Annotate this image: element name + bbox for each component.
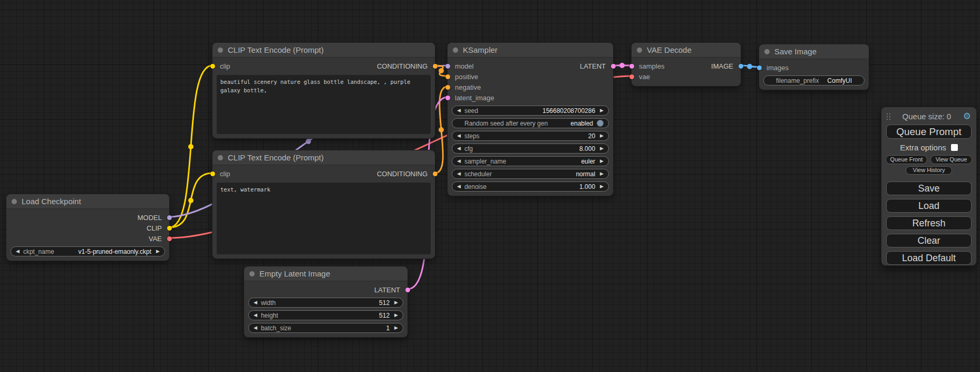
node-title-bar[interactable]: Load Checkpoint <box>6 194 169 209</box>
output-label: VAE <box>149 235 162 243</box>
cfg-widget[interactable]: ◀ cfg 8.000 ▶ <box>452 144 609 154</box>
seed-widget[interactable]: ◀ seed 156680208700286 ▶ <box>452 106 609 116</box>
workflow-buttons: Save Load Refresh Clear Load Default <box>881 182 976 265</box>
decrement-arrow-icon[interactable]: ◀ <box>457 159 461 164</box>
model-output-dot[interactable] <box>167 215 172 220</box>
collapse-dot-icon[interactable] <box>637 47 642 53</box>
collapse-dot-icon[interactable] <box>249 271 255 276</box>
comfyui-canvas[interactable]: { "colors": { "model": "#B39DDB", "clip"… <box>0 0 980 372</box>
increment-arrow-icon[interactable]: ▶ <box>394 300 398 305</box>
node-title-bar[interactable]: CLIP Text Encode (Prompt) <box>212 150 435 165</box>
input-label: latent_image <box>455 94 494 102</box>
widget-label: ckpt_name <box>23 248 54 255</box>
decrement-arrow-icon[interactable]: ◀ <box>254 326 257 330</box>
view-queue-button[interactable]: View Queue <box>930 155 972 164</box>
decrement-arrow-icon[interactable]: ◀ <box>16 249 20 254</box>
refresh-button[interactable]: Refresh <box>886 216 972 230</box>
conditioning-output-dot[interactable] <box>433 171 438 176</box>
node-body: clip CONDITIONING beautiful scenery natu… <box>212 58 435 138</box>
widget-value: 156680208700286 <box>542 107 595 115</box>
increment-arrow-icon[interactable]: ▶ <box>156 249 160 254</box>
increment-arrow-icon[interactable]: ▶ <box>600 184 604 189</box>
node-body: MODEL CLIP VAE ◀ ckpt_name v1-5-pruned-e… <box>6 209 169 261</box>
clear-button[interactable]: Clear <box>886 234 972 247</box>
negative-input-dot[interactable] <box>445 85 450 90</box>
increment-arrow-icon[interactable]: ▶ <box>394 326 398 330</box>
positive-input-dot[interactable] <box>445 74 450 79</box>
batch-size-widget[interactable]: ◀ batch_size 1 ▶ <box>248 323 403 333</box>
images-input-dot[interactable] <box>757 65 762 70</box>
collapse-dot-icon[interactable] <box>218 47 223 53</box>
filename-prefix-widget[interactable]: filename_prefix ComfyUI <box>763 75 865 85</box>
drag-handle-icon[interactable] <box>887 113 890 120</box>
node-clip-text-encode-negative[interactable]: CLIP Text Encode (Prompt) clip CONDITION… <box>212 150 435 259</box>
node-title-bar[interactable]: CLIP Text Encode (Prompt) <box>212 43 435 58</box>
queue-prompt-button[interactable]: Queue Prompt <box>886 125 972 139</box>
samples-input-dot[interactable] <box>629 64 634 69</box>
collapse-dot-icon[interactable] <box>764 49 770 54</box>
queue-front-button[interactable]: Queue Front <box>886 155 927 164</box>
decrement-arrow-icon[interactable]: ◀ <box>457 146 461 151</box>
increment-arrow-icon[interactable]: ▶ <box>600 108 604 113</box>
increment-arrow-icon[interactable]: ▶ <box>600 133 604 138</box>
latent-output-dot[interactable] <box>405 288 410 292</box>
clip-input-dot[interactable] <box>210 64 215 69</box>
toggle-circle-icon[interactable] <box>597 120 604 127</box>
latent-image-input-dot[interactable] <box>445 96 450 100</box>
node-load-checkpoint[interactable]: Load Checkpoint MODEL CLIP VAE ◀ ckpt_na… <box>6 194 169 261</box>
decrement-arrow-icon[interactable]: ◀ <box>457 133 461 138</box>
collapse-dot-icon[interactable] <box>12 199 17 204</box>
save-button[interactable]: Save <box>886 182 972 195</box>
widget-value: ComfyUI <box>827 77 852 84</box>
steps-widget[interactable]: ◀ steps 20 ▶ <box>452 131 609 141</box>
width-widget[interactable]: ◀ width 512 ▶ <box>248 298 403 308</box>
sampler-name-widget[interactable]: ◀ sampler_name euler ▶ <box>452 156 609 166</box>
widget-value: 1 <box>386 325 390 332</box>
conditioning-output-dot[interactable] <box>433 64 438 69</box>
decrement-arrow-icon[interactable]: ◀ <box>457 108 461 113</box>
vae-output-dot[interactable] <box>167 236 172 241</box>
node-title-bar[interactable]: KSampler <box>448 43 613 58</box>
input-label: negative <box>455 83 481 91</box>
increment-arrow-icon[interactable]: ▶ <box>394 313 398 318</box>
node-vae-decode[interactable]: VAE Decode samples IMAGE vae <box>632 43 741 86</box>
input-label: vae <box>639 73 650 81</box>
decrement-arrow-icon[interactable]: ◀ <box>457 184 461 189</box>
node-title-bar[interactable]: VAE Decode <box>632 43 741 58</box>
scheduler-widget[interactable]: ◀ scheduler normal ▶ <box>452 169 609 179</box>
increment-arrow-icon[interactable]: ▶ <box>600 146 604 151</box>
view-history-button[interactable]: View History <box>906 166 952 175</box>
node-title-bar[interactable]: Empty Latent Image <box>244 266 407 281</box>
model-input-dot[interactable] <box>445 64 450 69</box>
gear-icon[interactable]: ⚙ <box>963 112 971 121</box>
clip-output-dot[interactable] <box>167 226 172 231</box>
ckpt-name-widget[interactable]: ◀ ckpt_name v1-5-pruned-emaonly.ckpt ▶ <box>11 246 165 256</box>
decrement-arrow-icon[interactable]: ◀ <box>254 300 257 305</box>
negative-prompt-textarea[interactable]: text, watermark <box>217 183 431 254</box>
image-output-dot[interactable] <box>739 64 743 69</box>
vae-input-dot[interactable] <box>629 74 634 79</box>
node-clip-text-encode-positive[interactable]: CLIP Text Encode (Prompt) clip CONDITION… <box>212 43 435 138</box>
widget-label: seed <box>464 107 478 115</box>
increment-arrow-icon[interactable]: ▶ <box>600 159 604 164</box>
height-widget[interactable]: ◀ height 512 ▶ <box>248 310 403 320</box>
widget-value: 512 <box>379 299 390 307</box>
clip-input-dot[interactable] <box>210 171 215 176</box>
extra-options-checkbox[interactable] <box>951 144 958 151</box>
latent-output-dot[interactable] <box>611 64 616 69</box>
node-save-image[interactable]: Save Image images filename_prefix ComfyU… <box>759 44 869 90</box>
node-empty-latent-image[interactable]: Empty Latent Image LATENT ◀ width 512 ▶ … <box>244 266 407 337</box>
load-default-button[interactable]: Load Default <box>886 251 972 265</box>
random-seed-widget[interactable]: Random seed after every gen enabled <box>452 118 609 128</box>
load-button[interactable]: Load <box>886 199 972 213</box>
node-title-bar[interactable]: Save Image <box>759 44 869 59</box>
collapse-dot-icon[interactable] <box>218 155 223 160</box>
collapse-dot-icon[interactable] <box>453 47 458 53</box>
widget-label: cfg <box>464 145 473 152</box>
decrement-arrow-icon[interactable]: ◀ <box>254 313 257 318</box>
node-ksampler[interactable]: KSampler model LATENT positive negative … <box>448 43 613 196</box>
decrement-arrow-icon[interactable]: ◀ <box>457 171 461 176</box>
positive-prompt-textarea[interactable]: beautiful scenery nature glass bottle la… <box>217 75 431 134</box>
denoise-widget[interactable]: ◀ denoise 1.000 ▶ <box>452 182 609 192</box>
increment-arrow-icon[interactable]: ▶ <box>600 171 604 176</box>
